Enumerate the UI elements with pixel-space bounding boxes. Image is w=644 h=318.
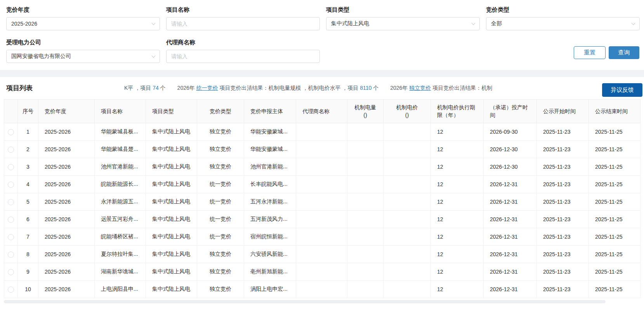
filter-bid-year: 竞价年度 2025-2026 — [6, 5, 160, 30]
row-radio-button[interactable] — [8, 164, 14, 170]
table-cell — [296, 158, 347, 176]
table-row: 82025-2026夏尔特拉叶集...集中式陆上风电独立竞价六安骄风新能...1… — [4, 246, 641, 263]
table-row: 12025-2026华能蒙城县板...集中式陆上风电独立竞价华能安徽蒙城...1… — [4, 123, 641, 141]
table-cell — [347, 176, 384, 193]
table-cell: 集中式陆上风电 — [146, 176, 197, 193]
table-cell: 湖南新华谯城... — [95, 263, 146, 281]
power-company-label: 受理电力公司 — [6, 38, 160, 47]
table-cell: 独立竞价 — [197, 141, 244, 158]
objection-feedback-button[interactable]: 异议反馈 — [602, 83, 642, 97]
table-cell: 上电涡阳县申... — [95, 281, 146, 298]
row-select-cell — [4, 263, 18, 281]
row-select-cell — [4, 246, 18, 263]
table-cell: 12 — [431, 228, 484, 246]
table-cell: 集中式陆上风电 — [146, 193, 197, 211]
table-cell: 2026-12-31 — [484, 176, 537, 193]
chevron-down-icon — [152, 54, 156, 58]
table-cell: 华能安徽蒙城... — [244, 141, 296, 158]
agent-name-input[interactable] — [166, 50, 320, 63]
table-cell — [347, 211, 384, 228]
notice-text: 项目竞价出清结果：机制 — [431, 85, 492, 91]
table-cell — [384, 141, 431, 158]
table-cell: 2026-12-31 — [484, 193, 537, 211]
row-radio-button[interactable] — [8, 182, 14, 188]
column-header: 公示开始时间 — [537, 100, 589, 123]
table-cell: 集中式陆上风电 — [146, 263, 197, 281]
table-cell: 2025-11-25 — [589, 158, 641, 176]
table-cell — [347, 193, 384, 211]
horizontal-scrollbar[interactable] — [4, 300, 606, 303]
column-header — [4, 100, 18, 123]
table-cell: 独立竞价 — [197, 123, 244, 141]
table-cell: 集中式陆上风电 — [146, 141, 197, 158]
column-header: 项目类型 — [146, 100, 197, 123]
table-cell: 12 — [431, 193, 484, 211]
row-radio-button[interactable] — [8, 269, 14, 275]
notice-text: 项目竞价出清结果：机制电量规模 ，机制电价水平 ，项目 — [218, 85, 360, 91]
notice-text: 个 — [371, 85, 378, 91]
table-cell — [296, 246, 347, 263]
row-radio-button[interactable] — [8, 234, 14, 240]
filter-grid: 竞价年度 2025-2026 项目名称 项目类型 集中式陆上风电 竞价类型 全部 — [6, 5, 644, 63]
notice-link[interactable]: 独立竞价 — [409, 85, 431, 91]
table-cell — [384, 158, 431, 176]
bid-year-select[interactable]: 2025-2026 — [6, 17, 160, 30]
table-header-row: 序号竞价年度项目名称项目类型竞价类型竞价申报主体代理商名称机制电量 ()机制电价… — [4, 100, 641, 123]
row-radio-button[interactable] — [8, 252, 14, 258]
power-company-select[interactable]: 国网安徽省电力有限公司 — [6, 50, 160, 63]
row-radio-button[interactable] — [8, 217, 14, 223]
table-cell: 12 — [431, 141, 484, 158]
table-cell: 2025-11-23 — [537, 141, 589, 158]
column-header: 竞价年度 — [38, 100, 95, 123]
table-cell: 12 — [431, 176, 484, 193]
table-cell: 2025-11-23 — [537, 246, 589, 263]
row-radio-button[interactable] — [8, 287, 14, 293]
table-cell: 2025-2026 — [38, 176, 95, 193]
table-cell: 2026-09-30 — [484, 123, 537, 141]
table-cell — [384, 228, 431, 246]
project-type-value: 集中式陆上风电 — [331, 20, 369, 27]
table-cell: 夏尔特拉叶集... — [95, 246, 146, 263]
table-cell — [384, 246, 431, 263]
project-name-input[interactable] — [166, 17, 320, 30]
row-select-cell — [4, 281, 18, 298]
table-cell — [296, 193, 347, 211]
table-cell — [296, 123, 347, 141]
table-cell: 皖能新能源长... — [95, 176, 146, 193]
column-header: 竞价申报主体 — [244, 100, 296, 123]
row-select-cell — [4, 176, 18, 193]
notice-text: 2026年 — [390, 85, 409, 91]
search-button[interactable]: 查询 — [609, 46, 639, 59]
filter-buttons: 重置 查询 — [574, 46, 639, 59]
notice-link[interactable]: 统一竞价 — [196, 85, 218, 91]
column-header: 竞价类型 — [197, 100, 244, 123]
bid-type-value: 全部 — [491, 20, 502, 27]
row-select-cell — [4, 158, 18, 176]
table-cell: 2025-11-25 — [589, 246, 641, 263]
row-radio-button[interactable] — [8, 129, 14, 135]
table-cell: 12 — [431, 158, 484, 176]
row-radio-button[interactable] — [8, 199, 14, 205]
bid-type-select[interactable]: 全部 — [486, 17, 640, 30]
table-row: 72025-2026皖能埇桥区褚...集中式陆上风电统一竞价宿州皖恒新能...1… — [4, 228, 641, 246]
table-cell: 2025-2026 — [38, 158, 95, 176]
notice-count: 8110 — [360, 85, 371, 91]
table-cell — [296, 281, 347, 298]
project-type-select[interactable]: 集中式陆上风电 — [326, 17, 480, 30]
table-cell: 12 — [431, 123, 484, 141]
table-row: 22025-2026华能蒙城县楚...集中式陆上风电独立竞价华能安徽蒙城...1… — [4, 141, 641, 158]
table-cell: 永洋新能源五... — [95, 193, 146, 211]
table-cell: 9 — [18, 263, 38, 281]
table-cell: 五河永洋新能... — [244, 193, 296, 211]
power-company-value: 国网安徽省电力有限公司 — [11, 53, 71, 60]
table-cell: 集中式陆上风电 — [146, 246, 197, 263]
table-cell: 2026-12-31 — [484, 246, 537, 263]
table-cell: 集中式陆上风电 — [146, 158, 197, 176]
row-radio-button[interactable] — [8, 147, 14, 153]
table-cell: 华能蒙城县板... — [95, 123, 146, 141]
table-cell: 1 — [18, 123, 38, 141]
table-cell: 4 — [18, 176, 38, 193]
table-cell: 2025-11-25 — [589, 176, 641, 193]
reset-button[interactable]: 重置 — [574, 46, 606, 59]
project-name-label: 项目名称 — [166, 5, 320, 14]
